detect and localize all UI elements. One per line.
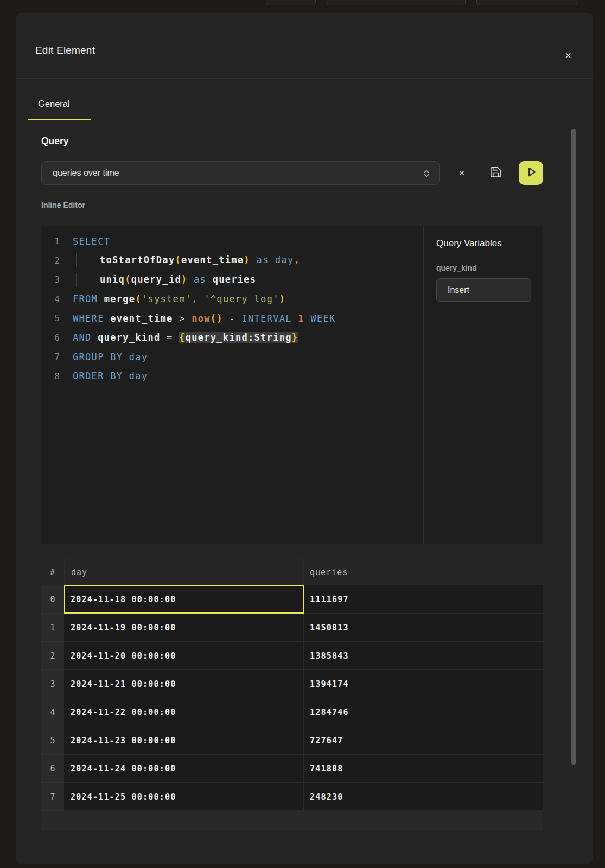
sql-token: 1 [298,313,304,324]
query-select[interactable]: queries over time [41,161,440,185]
header-divider [16,78,593,79]
row-index-cell: 7 [41,783,64,811]
sql-token: ) [181,274,188,285]
sql-token: GROUP BY day [73,352,148,362]
line-number: 8 [41,371,60,381]
row-index-cell: 2 [41,642,64,670]
editor-line: 8ORDER BY day [41,367,423,386]
line-number: 2 [41,256,60,266]
code-text: ORDER BY day [60,371,148,381]
code-text: SELECT [60,236,110,247]
queries-cell[interactable]: 1284746 [304,698,543,726]
sql-token: INTERVAL [242,313,298,324]
day-cell[interactable]: 2024-11-21 00:00:00 [64,670,304,698]
sql-token: ( [211,313,217,324]
queries-cell[interactable]: 741888 [304,755,543,783]
line-number: 1 [41,236,60,246]
code-text: AND query_kind = {query_kind:String} [60,332,298,343]
sql-token: queries [213,274,257,285]
line-number: 4 [41,294,60,304]
editor-line: 7GROUP BY day [41,347,423,367]
table-row: 32024-11-21 00:00:001394174 [41,670,543,698]
day-cell-selected[interactable]: 2024-11-18 00:00:00 [64,585,304,614]
results-table-body: 02024-11-18 00:00:00111169712024-11-19 0… [41,585,543,811]
editor-line: 2toStartOfDay(event_time) as day, [41,251,423,271]
insert-variable-button[interactable]: Insert [436,278,531,302]
row-index-cell: 5 [41,726,64,755]
code-text: uniq(query_id) as queries [60,273,256,287]
results-table-header: # day queries [41,559,543,585]
line-number: 3 [41,275,60,285]
indent-guide [76,273,77,287]
sql-token: as [250,254,275,265]
sql-token: AND [73,332,98,343]
day-cell[interactable]: 2024-11-23 00:00:00 [64,726,304,755]
sql-token: FROM [73,293,104,304]
editor-line: 1SELECT [41,232,423,251]
sql-token: , [192,293,204,304]
row-index-cell: 1 [41,614,64,642]
table-row: 72024-11-25 00:00:00248230 [41,783,543,811]
row-index-cell: 0 [41,585,64,614]
queries-cell[interactable]: 1394174 [304,670,543,698]
queries-cell[interactable]: 1450813 [304,614,543,642]
tab-general[interactable]: General [38,99,70,109]
modal-title: Edit Element [35,44,95,56]
column-header-queries: queries [304,567,543,577]
day-cell[interactable]: 2024-11-25 00:00:00 [64,783,304,811]
sql-token: merge [104,293,136,304]
sql-token: WHERE [73,313,110,324]
code-text: FROM merge('system', '^query_log') [60,293,285,304]
sql-token: query_kind [98,332,160,343]
modal-scrollbar-thumb[interactable] [571,129,576,765]
day-cell[interactable]: 2024-11-22 00:00:00 [64,698,304,726]
queries-cell[interactable]: 1111697 [304,585,543,614]
results-table: # day queries 02024-11-18 00:00:00111169… [41,559,543,831]
day-cell[interactable]: 2024-11-20 00:00:00 [64,642,304,670]
row-index-cell: 4 [41,698,64,726]
table-row: 52024-11-23 00:00:00727647 [41,726,543,755]
code-text: GROUP BY day [60,352,148,362]
sql-token: } [292,332,298,343]
row-index-cell: 3 [41,670,64,698]
editor-line: 5WHERE event_time > now() - INTERVAL 1 W… [41,309,423,328]
column-header-index: # [41,567,64,577]
table-row: 62024-11-24 00:00:00741888 [41,755,543,783]
background-input [476,0,578,5]
sql-token: ) [244,254,250,265]
day-cell[interactable]: 2024-11-19 00:00:00 [64,614,304,642]
query-variables-panel: Query Variables query_kind Insert [424,226,543,544]
run-query-button[interactable] [519,161,543,185]
sql-code-editor[interactable]: 1SELECT2toStartOfDay(event_time) as day,… [41,226,424,544]
query-select-value: queries over time [53,168,119,178]
sql-token: ( [175,254,181,265]
clear-query-button[interactable]: × [451,161,473,185]
inline-editor-label: Inline Editor [41,201,85,209]
close-icon: × [565,50,571,61]
sql-token: uniq [100,274,125,285]
query-section-heading: Query [41,136,69,147]
sql-token: now [192,313,211,324]
day-cell[interactable]: 2024-11-24 00:00:00 [64,755,304,783]
queries-cell[interactable]: 727647 [304,726,543,755]
queries-cell[interactable]: 248230 [304,783,543,811]
table-row: 42024-11-22 00:00:001284746 [41,698,543,726]
editor-line: 3uniq(query_id) as queries [41,270,423,290]
sql-token: - [223,313,242,324]
sql-token: 'system' [142,293,192,304]
insert-button-label: Insert [448,285,469,295]
column-header-day: day [64,559,304,585]
editor-line: 4FROM merge('system', '^query_log') [41,290,423,309]
sql-token: query_id [131,274,181,285]
sql-token: as [188,274,213,285]
background-button [266,0,316,5]
table-row: 22024-11-20 00:00:001385843 [41,642,543,670]
table-row: 02024-11-18 00:00:001111697 [41,585,543,614]
chevron-updown-icon [421,168,432,182]
save-query-button[interactable] [485,161,506,185]
table-row: 12024-11-19 00:00:001450813 [41,614,543,642]
sql-token: '^query_log' [204,293,279,304]
sql-token: ORDER BY day [73,371,148,381]
queries-cell[interactable]: 1385843 [304,642,543,670]
close-button[interactable]: × [559,47,577,64]
